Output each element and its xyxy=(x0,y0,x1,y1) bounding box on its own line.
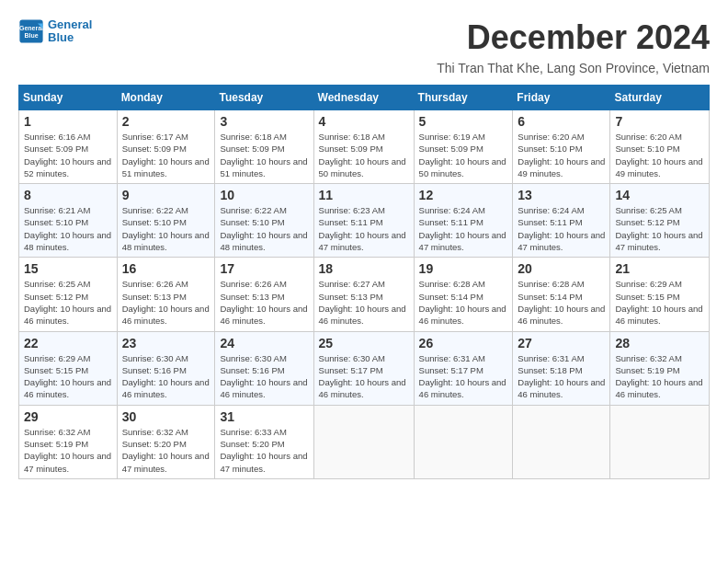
day-number: 30 xyxy=(122,409,210,424)
day-number: 4 xyxy=(319,114,409,129)
day-number: 13 xyxy=(518,188,605,202)
calendar-table: SundayMondayTuesdayWednesdayThursdayFrid… xyxy=(18,85,710,479)
day-number: 23 xyxy=(122,336,210,350)
calendar-cell: 30Sunrise: 6:32 AM Sunset: 5:20 PM Dayli… xyxy=(117,405,215,478)
logo-line1: General xyxy=(48,17,92,31)
calendar-cell: 13Sunrise: 6:24 AM Sunset: 5:11 PM Dayli… xyxy=(513,184,610,258)
calendar-cell: 2Sunrise: 6:17 AM Sunset: 5:09 PM Daylig… xyxy=(117,110,215,184)
calendar-cell: 14Sunrise: 6:25 AM Sunset: 5:12 PM Dayli… xyxy=(610,184,710,258)
day-info: Sunrise: 6:22 AM Sunset: 5:10 PM Dayligh… xyxy=(122,204,210,253)
day-info: Sunrise: 6:27 AM Sunset: 5:13 PM Dayligh… xyxy=(319,278,409,327)
calendar-cell: 27Sunrise: 6:31 AM Sunset: 5:18 PM Dayli… xyxy=(513,331,610,405)
day-info: Sunrise: 6:20 AM Sunset: 5:10 PM Dayligh… xyxy=(518,131,605,179)
calendar-cell: 10Sunrise: 6:22 AM Sunset: 5:10 PM Dayli… xyxy=(215,184,313,258)
calendar-cell: 9Sunrise: 6:22 AM Sunset: 5:10 PM Daylig… xyxy=(117,184,215,258)
header-cell-sunday: Sunday xyxy=(19,86,118,110)
day-info: Sunrise: 6:28 AM Sunset: 5:14 PM Dayligh… xyxy=(419,278,508,327)
day-number: 29 xyxy=(24,409,112,424)
calendar-cell: 6Sunrise: 6:20 AM Sunset: 5:10 PM Daylig… xyxy=(513,110,610,184)
header-cell-wednesday: Wednesday xyxy=(313,86,414,110)
day-info: Sunrise: 6:25 AM Sunset: 5:12 PM Dayligh… xyxy=(615,204,704,253)
day-number: 18 xyxy=(319,261,409,276)
day-info: Sunrise: 6:21 AM Sunset: 5:10 PM Dayligh… xyxy=(24,204,112,253)
day-number: 26 xyxy=(419,336,508,350)
day-number: 28 xyxy=(615,336,704,350)
logo: General Blue General Blue xyxy=(18,18,92,45)
day-info: Sunrise: 6:31 AM Sunset: 5:17 PM Dayligh… xyxy=(419,352,508,401)
week-row-5: 29Sunrise: 6:32 AM Sunset: 5:19 PM Dayli… xyxy=(19,405,710,478)
header-cell-friday: Friday xyxy=(513,86,610,110)
calendar-cell: 20Sunrise: 6:28 AM Sunset: 5:14 PM Dayli… xyxy=(513,258,610,331)
day-info: Sunrise: 6:31 AM Sunset: 5:18 PM Dayligh… xyxy=(518,352,605,401)
day-number: 3 xyxy=(220,114,308,129)
calendar-cell: 1Sunrise: 6:16 AM Sunset: 5:09 PM Daylig… xyxy=(19,110,118,184)
calendar-cell xyxy=(313,405,414,478)
day-number: 2 xyxy=(122,114,210,129)
calendar-cell: 3Sunrise: 6:18 AM Sunset: 5:09 PM Daylig… xyxy=(215,110,313,184)
logo-line2: Blue xyxy=(48,30,74,44)
day-info: Sunrise: 6:25 AM Sunset: 5:12 PM Dayligh… xyxy=(24,278,112,327)
day-number: 14 xyxy=(615,188,704,202)
day-number: 24 xyxy=(220,336,308,350)
day-number: 6 xyxy=(518,114,605,129)
calendar-cell: 12Sunrise: 6:24 AM Sunset: 5:11 PM Dayli… xyxy=(414,184,513,258)
header-cell-saturday: Saturday xyxy=(610,86,710,110)
day-info: Sunrise: 6:18 AM Sunset: 5:09 PM Dayligh… xyxy=(319,131,409,179)
day-number: 5 xyxy=(419,114,508,129)
calendar-cell xyxy=(610,405,710,478)
calendar-cell: 18Sunrise: 6:27 AM Sunset: 5:13 PM Dayli… xyxy=(313,258,414,331)
svg-text:Blue: Blue xyxy=(24,32,38,39)
calendar-cell: 4Sunrise: 6:18 AM Sunset: 5:09 PM Daylig… xyxy=(313,110,414,184)
day-number: 7 xyxy=(615,114,704,129)
header-cell-tuesday: Tuesday xyxy=(215,86,313,110)
calendar-cell: 5Sunrise: 6:19 AM Sunset: 5:09 PM Daylig… xyxy=(414,110,513,184)
calendar-cell: 15Sunrise: 6:25 AM Sunset: 5:12 PM Dayli… xyxy=(19,258,118,331)
title-block: December 2024 xyxy=(467,18,710,57)
day-info: Sunrise: 6:23 AM Sunset: 5:11 PM Dayligh… xyxy=(319,204,409,253)
calendar-cell xyxy=(513,405,610,478)
day-number: 10 xyxy=(220,188,308,202)
day-info: Sunrise: 6:19 AM Sunset: 5:09 PM Dayligh… xyxy=(419,131,508,179)
day-info: Sunrise: 6:32 AM Sunset: 5:19 PM Dayligh… xyxy=(24,426,112,475)
logo-icon: General Blue xyxy=(18,18,44,44)
week-row-1: 1Sunrise: 6:16 AM Sunset: 5:09 PM Daylig… xyxy=(19,110,710,184)
day-info: Sunrise: 6:30 AM Sunset: 5:16 PM Dayligh… xyxy=(220,352,308,401)
header-row: SundayMondayTuesdayWednesdayThursdayFrid… xyxy=(19,86,710,110)
day-number: 21 xyxy=(615,261,704,276)
calendar-cell: 22Sunrise: 6:29 AM Sunset: 5:15 PM Dayli… xyxy=(19,331,118,405)
day-info: Sunrise: 6:16 AM Sunset: 5:09 PM Dayligh… xyxy=(24,131,112,179)
calendar-cell: 29Sunrise: 6:32 AM Sunset: 5:19 PM Dayli… xyxy=(19,405,118,478)
day-info: Sunrise: 6:30 AM Sunset: 5:16 PM Dayligh… xyxy=(122,352,210,401)
day-info: Sunrise: 6:32 AM Sunset: 5:20 PM Dayligh… xyxy=(122,426,210,475)
day-info: Sunrise: 6:17 AM Sunset: 5:09 PM Dayligh… xyxy=(122,131,210,179)
week-row-4: 22Sunrise: 6:29 AM Sunset: 5:15 PM Dayli… xyxy=(19,331,710,405)
day-number: 31 xyxy=(220,409,308,424)
calendar-cell: 21Sunrise: 6:29 AM Sunset: 5:15 PM Dayli… xyxy=(610,258,710,331)
day-number: 9 xyxy=(122,188,210,202)
day-number: 16 xyxy=(122,261,210,276)
day-number: 8 xyxy=(24,188,112,202)
calendar-cell: 26Sunrise: 6:31 AM Sunset: 5:17 PM Dayli… xyxy=(414,331,513,405)
header-cell-thursday: Thursday xyxy=(414,86,513,110)
day-info: Sunrise: 6:20 AM Sunset: 5:10 PM Dayligh… xyxy=(615,131,704,179)
day-info: Sunrise: 6:26 AM Sunset: 5:13 PM Dayligh… xyxy=(220,278,308,327)
calendar-cell: 23Sunrise: 6:30 AM Sunset: 5:16 PM Dayli… xyxy=(117,331,215,405)
day-info: Sunrise: 6:26 AM Sunset: 5:13 PM Dayligh… xyxy=(122,278,210,327)
calendar-cell: 16Sunrise: 6:26 AM Sunset: 5:13 PM Dayli… xyxy=(117,258,215,331)
day-number: 25 xyxy=(319,336,409,350)
page-container: General Blue General Blue December 2024 … xyxy=(18,18,710,479)
day-info: Sunrise: 6:22 AM Sunset: 5:10 PM Dayligh… xyxy=(220,204,308,253)
calendar-cell: 19Sunrise: 6:28 AM Sunset: 5:14 PM Dayli… xyxy=(414,258,513,331)
calendar-cell: 28Sunrise: 6:32 AM Sunset: 5:19 PM Dayli… xyxy=(610,331,710,405)
calendar-cell: 8Sunrise: 6:21 AM Sunset: 5:10 PM Daylig… xyxy=(19,184,118,258)
calendar-cell: 24Sunrise: 6:30 AM Sunset: 5:16 PM Dayli… xyxy=(215,331,313,405)
day-number: 20 xyxy=(518,261,605,276)
day-info: Sunrise: 6:30 AM Sunset: 5:17 PM Dayligh… xyxy=(319,352,409,401)
day-number: 11 xyxy=(319,188,409,202)
day-info: Sunrise: 6:24 AM Sunset: 5:11 PM Dayligh… xyxy=(518,204,605,253)
day-number: 17 xyxy=(220,261,308,276)
header: General Blue General Blue December 2024 xyxy=(18,18,710,57)
day-number: 22 xyxy=(24,336,112,350)
day-info: Sunrise: 6:32 AM Sunset: 5:19 PM Dayligh… xyxy=(615,352,704,401)
day-number: 19 xyxy=(419,261,508,276)
